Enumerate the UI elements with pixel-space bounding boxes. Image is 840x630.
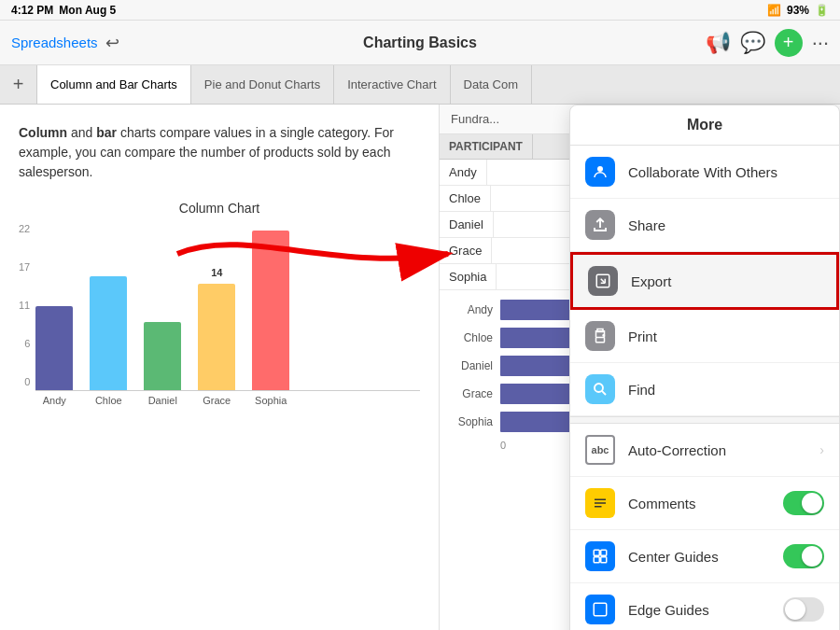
bar-grace: 14	[198, 284, 235, 390]
svg-rect-15	[601, 550, 607, 555]
collaborate-label: Collaborate With Others	[628, 164, 824, 180]
svg-point-1	[597, 166, 603, 172]
svg-line-10	[602, 391, 606, 395]
center-guides-label: Center Guides	[628, 549, 770, 565]
svg-rect-14	[594, 550, 599, 555]
more-panel: More Collaborate With Others Share Expor…	[569, 105, 840, 630]
bar-chloe: 15	[90, 276, 127, 390]
status-left: 4:12 PM Mon Aug 5	[11, 4, 116, 17]
menu-item-export[interactable]: Export	[570, 252, 839, 310]
svg-rect-18	[594, 603, 607, 616]
menu-item-autocorrection[interactable]: abc Auto-Correction ›	[570, 424, 839, 477]
column-chart-container: Column Chart 22 17 11 6 0 11	[19, 201, 420, 410]
find-label: Find	[628, 382, 824, 398]
menu-item-find[interactable]: Find	[570, 363, 839, 416]
more-icon[interactable]: ···	[812, 31, 829, 55]
column-chart-title: Column Chart	[19, 201, 420, 216]
add-tab-button[interactable]: +	[0, 65, 37, 104]
time: 4:12 PM	[11, 4, 53, 17]
bars-area: 11 15 9	[35, 223, 420, 391]
edge-guides-toggle[interactable]	[783, 597, 824, 622]
main-content: Column and bar charts compare values in …	[0, 105, 840, 630]
document-title: Charting Basics	[363, 35, 477, 51]
menu-item-collaborate[interactable]: Collaborate With Others	[570, 146, 839, 199]
collaborate-menu-icon	[585, 157, 615, 187]
menu-item-edge-guides[interactable]: Edge Guides	[570, 583, 839, 630]
date: Mon Aug 5	[59, 4, 116, 17]
edge-guides-label: Edge Guides	[628, 602, 770, 618]
find-menu-icon	[585, 374, 615, 404]
tab-data-com[interactable]: Data Com	[451, 65, 533, 104]
svg-point-9	[595, 384, 603, 392]
toolbar: Spreadsheets ↩ Charting Basics 📢 💬 + ···	[0, 21, 840, 65]
tab-pie-donut[interactable]: Pie and Donut Charts	[191, 65, 334, 104]
share-label: Share	[628, 217, 824, 233]
svg-point-8	[603, 335, 605, 337]
center-guides-toggle[interactable]	[783, 544, 824, 568]
undo-button[interactable]: ↩	[105, 33, 119, 53]
more-panel-header: More	[570, 105, 839, 146]
status-bar: 4:12 PM Mon Aug 5 📶 93% 🔋	[0, 0, 840, 21]
left-panel: Column and bar charts compare values in …	[0, 105, 439, 630]
export-menu-icon	[588, 266, 618, 296]
menu-divider-1	[570, 416, 839, 424]
battery-level: 93%	[787, 4, 809, 17]
wifi-icon: 📶	[767, 4, 781, 17]
menu-item-comments[interactable]: Comments	[570, 477, 839, 530]
bold-column: Column	[19, 125, 67, 140]
description-text: Column and bar charts compare values in …	[19, 123, 420, 182]
toolbar-left: Spreadsheets ↩	[11, 33, 119, 53]
tab-column-bar[interactable]: Column and Bar Charts	[37, 65, 191, 104]
menu-item-print[interactable]: Print	[570, 310, 839, 363]
bar-daniel: 9	[144, 322, 181, 390]
bar-andy: 11	[35, 306, 73, 390]
tabs-bar: + Column and Bar Charts Pie and Donut Ch…	[0, 65, 840, 105]
comments-menu-icon	[585, 488, 615, 518]
center-guides-icon	[585, 541, 615, 571]
edge-guides-icon	[585, 595, 615, 624]
print-menu-icon	[585, 321, 615, 351]
svg-rect-16	[594, 557, 599, 563]
autocorrection-label: Auto-Correction	[628, 442, 806, 458]
tab-interactive[interactable]: Interactive Chart	[334, 65, 450, 104]
export-label: Export	[631, 273, 821, 289]
bar-sophia: 21	[252, 231, 289, 390]
back-button[interactable]: Spreadsheets	[11, 35, 98, 50]
svg-rect-17	[601, 557, 607, 563]
autocorrection-arrow: ›	[819, 442, 824, 457]
menu-item-center-guides[interactable]: Center Guides	[570, 530, 839, 583]
x-axis-labels: Andy Chloe Daniel Grace Sophia	[35, 395, 420, 406]
comments-toggle[interactable]	[783, 491, 824, 515]
toolbar-right: 📢 💬 + ···	[706, 29, 829, 57]
menu-item-share[interactable]: Share	[570, 199, 839, 252]
y-axis: 22 17 11 6 0	[19, 223, 35, 410]
svg-rect-6	[596, 338, 605, 343]
share-menu-icon	[585, 210, 615, 240]
table-header-participant: PARTICIPANT	[440, 134, 533, 159]
status-right: 📶 93% 🔋	[767, 4, 829, 17]
battery-icon: 🔋	[815, 4, 829, 17]
add-button[interactable]: +	[775, 29, 803, 57]
share-icon[interactable]: 💬	[740, 31, 765, 55]
collaborate-icon[interactable]: 📢	[706, 31, 731, 55]
comments-label: Comments	[628, 496, 770, 511]
print-label: Print	[628, 329, 824, 344]
autocorrection-menu-icon: abc	[585, 435, 615, 465]
bold-bar: bar	[96, 125, 117, 140]
